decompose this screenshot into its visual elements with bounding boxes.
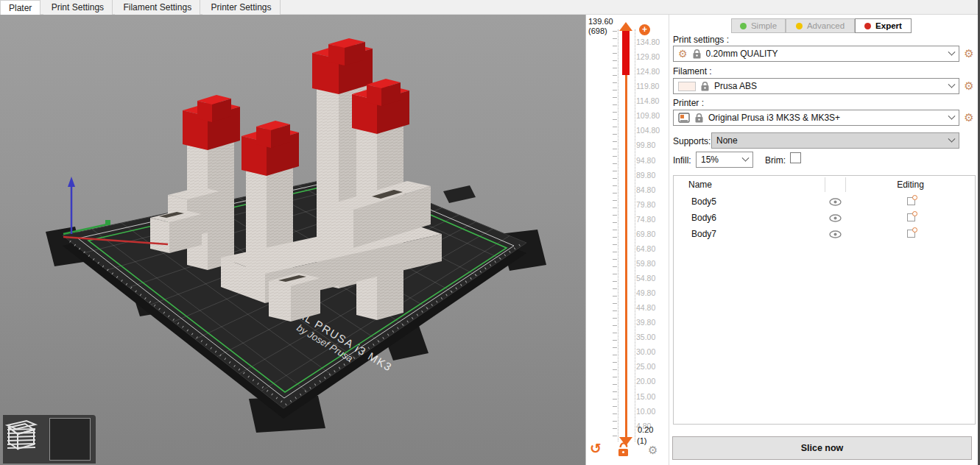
advanced-mode-dot: [796, 23, 803, 29]
object-list-header: Name Editing: [674, 176, 975, 194]
object-name: Body7: [691, 229, 716, 239]
color-change-band[interactable]: [622, 31, 630, 75]
edit-object-icon[interactable]: [907, 197, 915, 205]
brim-checkbox[interactable]: [790, 152, 801, 163]
supports-dropdown[interactable]: None: [711, 132, 959, 149]
bed-3d-scene[interactable]: ORIGINAL PRUSA i3 MK3 by Josef Prusa: [0, 15, 585, 465]
layers-view-icon: [3, 415, 40, 452]
tab-filament-settings[interactable]: Filament Settings: [115, 0, 200, 15]
column-divider: [825, 177, 825, 192]
mode-simple-button[interactable]: Simple: [731, 18, 786, 33]
tick-label: 20.00: [636, 374, 660, 388]
slider-top-handle[interactable]: [619, 22, 632, 31]
model-base-front-block[interactable]: [269, 273, 320, 322]
tick-label: 64.80: [636, 241, 660, 256]
tick-label: 44.80: [636, 300, 660, 315]
printer-icon: [678, 113, 690, 123]
tick-label: 99.80: [636, 138, 660, 152]
printer-value: Original Prusa i3 MK3S & MK3S+: [708, 113, 944, 123]
print-settings-gear-icon[interactable]: ⚙: [962, 47, 976, 60]
slider-min-layer: (1): [637, 436, 646, 445]
tick-label: 84.80: [636, 182, 660, 197]
expert-mode-label: Expert: [875, 21, 902, 30]
tick-label: 114.80: [636, 93, 660, 108]
lock-icon: [701, 82, 709, 91]
filament-color-swatch: [678, 82, 696, 91]
tick-label: 124.80: [636, 64, 660, 79]
expert-mode-dot: [864, 23, 871, 29]
right-sidebar: Simple Advanced Expert Print settings : …: [669, 15, 978, 465]
tab-plater[interactable]: Plater: [0, 0, 40, 15]
tick-label: 129.80: [636, 49, 660, 64]
filament-label: Filament :: [673, 66, 712, 77]
tick-label: 104.80: [636, 123, 660, 138]
slider-tick-labels: 134.80129.80124.80119.80114.80109.80104.…: [636, 35, 660, 433]
chevron-down-icon: [948, 135, 956, 142]
infill-dropdown[interactable]: 15%: [696, 152, 753, 168]
mode-expert-button[interactable]: Expert: [855, 18, 912, 33]
object-list-row[interactable]: Body7: [674, 226, 975, 242]
tick-label: 79.80: [636, 197, 660, 212]
chevron-down-icon: [948, 48, 956, 55]
column-editing: Editing: [845, 180, 976, 190]
tick-label: 119.80: [636, 79, 660, 93]
filament-gear-icon[interactable]: ⚙: [962, 79, 976, 93]
tick-label: 35.00: [636, 330, 660, 344]
layer-slider-track[interactable]: [625, 32, 627, 440]
tab-bar: Plater Print Settings Filament Settings …: [0, 0, 980, 15]
supports-value: None: [716, 135, 944, 146]
tick-label: 15.00: [636, 389, 660, 404]
printer-combo[interactable]: Original Prusa i3 MK3S & MK3S+: [673, 110, 959, 126]
object-name: Body5: [691, 196, 716, 207]
undo-icon[interactable]: ↺: [590, 440, 602, 457]
tick-label: 39.80: [636, 315, 660, 330]
printer-gear-icon[interactable]: ⚙: [962, 111, 976, 124]
layer-slider-column: 139.60 (698) + 134.80129.80124.80119.801…: [585, 15, 669, 465]
edit-object-icon[interactable]: [907, 230, 915, 238]
chevron-down-icon: [948, 80, 956, 88]
tick-label: 69.80: [636, 227, 660, 241]
object-list[interactable]: Name Editing Body5 Body6: [673, 175, 976, 425]
object-list-row[interactable]: Body6: [674, 210, 975, 226]
slider-tick-rail-left: [618, 29, 618, 441]
infill-label: Infill:: [673, 155, 691, 166]
printer-label: Printer :: [673, 98, 704, 108]
3d-viewport[interactable]: ORIGINAL PRUSA i3 MK3 by Josef Prusa: [0, 15, 585, 465]
tick-label: 49.80: [636, 285, 660, 300]
brim-label: Brim:: [765, 155, 786, 166]
tab-print-settings[interactable]: Print Settings: [43, 0, 113, 15]
tick-label: 94.80: [636, 153, 660, 168]
advanced-mode-label: Advanced: [807, 21, 845, 30]
slider-tick-marks: [613, 31, 617, 440]
slider-settings-gear-icon[interactable]: ⚙: [648, 444, 658, 457]
mode-advanced-button[interactable]: Advanced: [786, 18, 855, 33]
unlock-icon[interactable]: [617, 442, 630, 457]
slider-tick-rail-right: [635, 29, 635, 441]
tick-label: 109.80: [636, 108, 660, 123]
tick-label: 54.80: [636, 271, 660, 285]
tick-label: 59.80: [636, 256, 660, 271]
chevron-down-icon: [742, 154, 750, 161]
simple-mode-dot: [740, 23, 747, 29]
edit-object-icon[interactable]: [907, 213, 915, 221]
eye-icon[interactable]: [829, 198, 842, 206]
object-name: Body6: [691, 213, 716, 223]
tick-label: 134.80: [636, 35, 660, 49]
profile-gear-icon: ⚙: [678, 48, 688, 60]
slice-now-button[interactable]: Slice now: [672, 436, 972, 460]
eye-icon[interactable]: [829, 214, 842, 222]
eye-icon[interactable]: [829, 230, 842, 238]
add-color-change-icon[interactable]: +: [639, 24, 650, 35]
layers-preview-button[interactable]: [49, 418, 91, 461]
lock-icon: [693, 49, 701, 59]
lock-icon: [695, 113, 703, 123]
object-list-row[interactable]: Body5: [674, 194, 975, 210]
origin-marker: [105, 220, 110, 225]
column-name: Name: [688, 180, 712, 190]
print-settings-combo[interactable]: ⚙ 0.20mm QUALITY: [673, 46, 959, 62]
infill-value: 15%: [701, 155, 738, 165]
print-settings-value: 0.20mm QUALITY: [706, 49, 944, 59]
filament-combo[interactable]: Prusa ABS: [673, 78, 959, 94]
tab-printer-settings[interactable]: Printer Settings: [202, 0, 280, 15]
print-settings-label: Print settings :: [673, 35, 729, 45]
